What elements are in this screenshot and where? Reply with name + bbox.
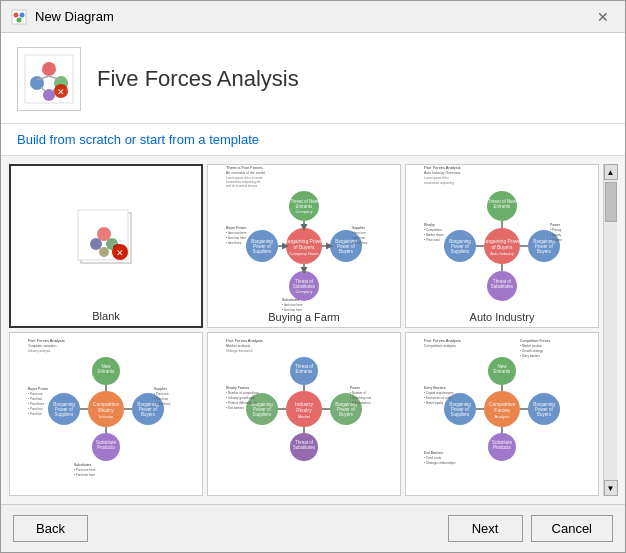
svg-text:• Point three: • Point three — [154, 402, 171, 406]
svg-text:Company: Company — [295, 289, 312, 294]
subtitle: Build from scratch or start from a templ… — [1, 124, 625, 156]
svg-text:Five Forces Analysis: Five Forces Analysis — [226, 338, 263, 343]
svg-text:• Item two here: • Item two here — [226, 236, 246, 240]
svg-text:Supplier: Supplier — [154, 387, 168, 391]
svg-text:• Strategic relationships: • Strategic relationships — [424, 461, 456, 465]
dialog: New Diagram ✕ ✕ Five Forces Analysis Bui… — [0, 0, 626, 553]
svg-text:Buyers: Buyers — [536, 249, 551, 254]
scroll-up-button[interactable]: ▲ — [604, 164, 618, 180]
header-icon-box: ✕ — [17, 47, 81, 111]
svg-text:• Capital requirements: • Capital requirements — [424, 391, 454, 395]
svg-text:✕: ✕ — [57, 87, 65, 97]
svg-text:• Supply: • Supply — [550, 233, 562, 237]
svg-text:• Point four: • Point four — [28, 407, 43, 411]
svg-text:sed do eiusmod tempor: sed do eiusmod tempor — [226, 184, 257, 188]
svg-text:Lorem ipsum dolor: Lorem ipsum dolor — [424, 176, 449, 180]
svg-text:• Number of: • Number of — [350, 391, 366, 395]
svg-text:• Growth strategy: • Growth strategy — [520, 349, 544, 353]
scroll-down-button[interactable]: ▼ — [604, 480, 618, 496]
svg-text:Substitutes: Substitutes — [282, 298, 300, 302]
svg-text:• Product differentiation: • Product differentiation — [226, 401, 257, 405]
header-section: ✕ Five Forces Analysis — [1, 33, 625, 124]
svg-text:• Competition: • Competition — [424, 228, 442, 232]
blank-label: Blank — [11, 310, 201, 322]
svg-text:Entrants: Entrants — [493, 204, 511, 209]
svg-text:Competitive Forces: Competitive Forces — [520, 339, 550, 343]
svg-text:consectetur adipiscing: consectetur adipiscing — [424, 181, 454, 185]
title-bar: New Diagram ✕ — [1, 1, 625, 33]
svg-text:Power: Power — [350, 386, 361, 390]
svg-text:Rivalry Factors: Rivalry Factors — [226, 386, 250, 390]
svg-text:Forces: Forces — [494, 407, 510, 413]
svg-text:• Point one: • Point one — [28, 392, 43, 396]
svg-text:Products: Products — [97, 445, 116, 450]
svg-text:• Point five: • Point five — [28, 412, 43, 416]
svg-text:Company: Company — [295, 209, 312, 214]
svg-text:• Industry growth rate: • Industry growth rate — [226, 396, 255, 400]
svg-text:Rivalry: Rivalry — [424, 223, 435, 227]
template-5[interactable]: Five Forces Analysis Market analysis Str… — [207, 332, 401, 496]
svg-text:• Point two here: • Point two here — [74, 473, 95, 477]
svg-text:There is Five Forces: There is Five Forces — [226, 165, 262, 170]
svg-text:Buyer Power: Buyer Power — [28, 387, 49, 391]
svg-text:• Pricing: • Pricing — [550, 228, 561, 232]
scrollbar-thumb[interactable] — [605, 182, 617, 222]
svg-text:• Market position: • Market position — [520, 344, 543, 348]
svg-text:Auto Industry Overview: Auto Industry Overview — [424, 171, 461, 175]
template-buying-farm[interactable]: There is Five Forces An overview of the … — [207, 164, 401, 328]
template-4[interactable]: Five Forces Analysis Template variation … — [9, 332, 203, 496]
svg-text:Buyers: Buyers — [338, 249, 353, 254]
svg-point-5 — [42, 62, 56, 76]
svg-text:Supplier: Supplier — [352, 226, 366, 230]
auto-industry-preview: Five Forces Analysis Auto Industry Overv… — [410, 169, 594, 323]
svg-text:• Point two: • Point two — [28, 397, 43, 401]
svg-text:• Differentiation: • Differentiation — [350, 401, 371, 405]
dialog-title: New Diagram — [35, 9, 583, 24]
svg-text:Suppliers: Suppliers — [252, 412, 272, 417]
svg-text:• Item two: • Item two — [352, 236, 366, 240]
svg-text:• Volume: • Volume — [550, 238, 562, 242]
svg-text:Buyers: Buyers — [536, 412, 551, 417]
svg-text:Market analysis: Market analysis — [226, 344, 251, 348]
scrollbar[interactable]: ▲ ▼ — [603, 164, 617, 496]
svg-text:• Item three: • Item three — [226, 241, 242, 245]
blank-preview: ✕ — [15, 170, 197, 322]
next-button[interactable]: Next — [448, 515, 523, 542]
svg-point-1 — [14, 12, 19, 17]
svg-text:Entrants: Entrants — [295, 369, 313, 374]
svg-text:• Number of competitors: • Number of competitors — [226, 391, 259, 395]
page-title: Five Forces Analysis — [97, 66, 299, 92]
scrollbar-track[interactable] — [604, 180, 617, 480]
svg-text:• Fixed costs: • Fixed costs — [424, 456, 442, 460]
template-6-preview: Five Forces Analysis Competitive analysi… — [410, 337, 594, 491]
svg-text:• Exit barriers: • Exit barriers — [226, 406, 244, 410]
template-5-preview: Five Forces Analysis Market analysis Str… — [212, 337, 396, 491]
cancel-button[interactable]: Cancel — [531, 515, 613, 542]
svg-point-18 — [90, 238, 102, 250]
footer-right: Next Cancel — [448, 515, 613, 542]
svg-text:Rivalry: Rivalry — [98, 407, 114, 413]
svg-text:Suppliers: Suppliers — [450, 249, 470, 254]
svg-text:of Buyers: of Buyers — [293, 244, 315, 250]
dialog-icon — [11, 9, 27, 25]
svg-text:• Market share: • Market share — [424, 233, 444, 237]
svg-text:Entrants: Entrants — [97, 369, 115, 374]
svg-text:Substitutes: Substitutes — [74, 463, 92, 467]
svg-text:Company Name: Company Name — [289, 251, 319, 256]
svg-text:Five Forces Analysis: Five Forces Analysis — [424, 165, 461, 170]
template-blank[interactable]: ✕ Blank — [9, 164, 203, 328]
back-button[interactable]: Back — [13, 515, 88, 542]
template-6[interactable]: Five Forces Analysis Competitive analysi… — [405, 332, 599, 496]
svg-text:• Item one here: • Item one here — [282, 303, 303, 307]
svg-text:• Point two: • Point two — [154, 397, 169, 401]
svg-text:Buyers: Buyers — [338, 412, 353, 417]
close-button[interactable]: ✕ — [591, 7, 615, 27]
svg-text:Entrants: Entrants — [493, 369, 511, 374]
svg-text:Suppliers: Suppliers — [54, 412, 74, 417]
svg-text:✕: ✕ — [116, 248, 124, 258]
svg-text:Buyer Power: Buyer Power — [226, 226, 247, 230]
svg-point-3 — [17, 17, 22, 22]
template-auto-industry[interactable]: Five Forces Analysis Auto Industry Overv… — [405, 164, 599, 328]
footer: Back Next Cancel — [1, 504, 625, 552]
svg-text:• Switching cost: • Switching cost — [350, 396, 371, 400]
